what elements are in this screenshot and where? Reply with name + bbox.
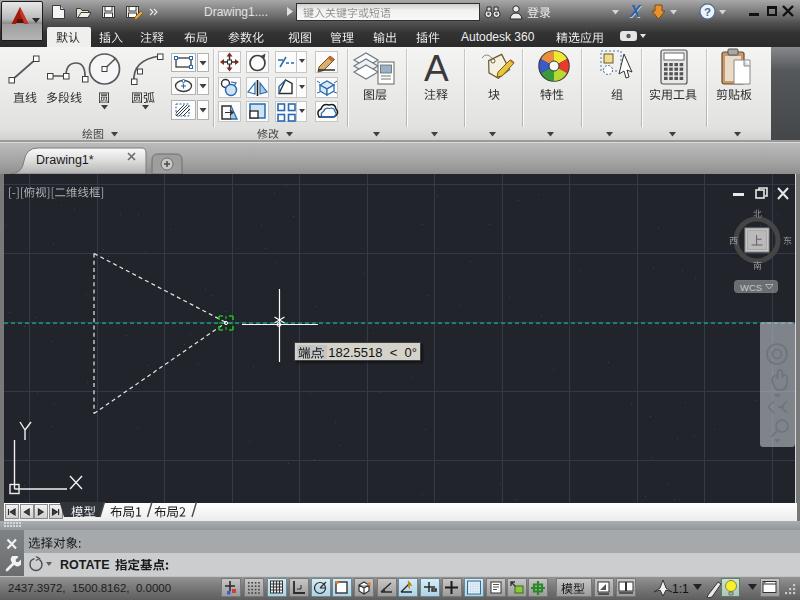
svg-text:?: ?	[704, 6, 711, 18]
